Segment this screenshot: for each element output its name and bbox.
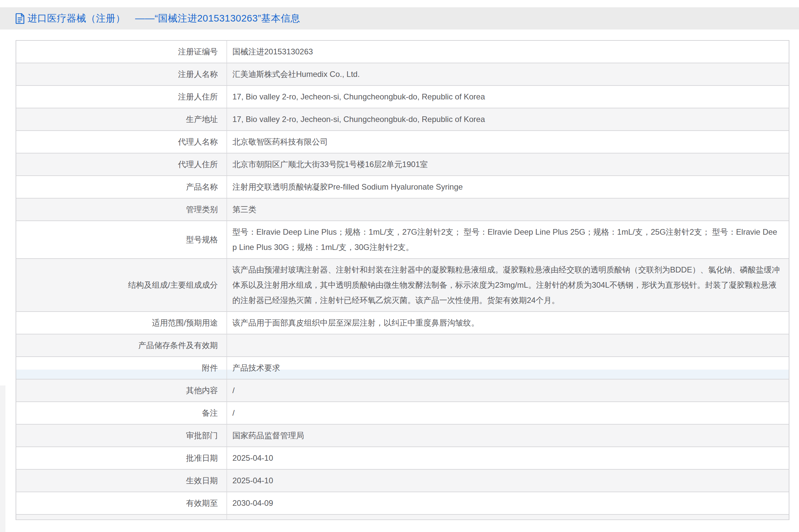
row-label: 有效期至 xyxy=(16,492,227,514)
table-row: 适用范围/预期用途该产品用于面部真皮组织中层至深层注射，以纠正中重度鼻唇沟皱纹。 xyxy=(16,312,789,335)
document-icon xyxy=(16,13,24,24)
row-label: 生效日期 xyxy=(16,470,227,492)
table-row: 代理人名称北京敬智医药科技有限公司 xyxy=(16,131,789,153)
table-row: 附件产品技术要求 xyxy=(16,357,789,380)
row-value: / xyxy=(227,380,789,401)
table-row: 生产地址17, Bio valley 2-ro, Jecheon-si, Chu… xyxy=(16,108,789,131)
row-label: 适用范围/预期用途 xyxy=(16,312,227,334)
row-value: / xyxy=(227,402,789,424)
row-value: 17, Bio valley 2-ro, Jecheon-si, Chungch… xyxy=(227,108,789,130)
row-label: 注册证编号 xyxy=(16,41,227,63)
registration-table: 注册证编号国械注进20153130263注册人名称汇美迪斯株式会社Humedix… xyxy=(16,40,790,520)
row-label: 生产地址 xyxy=(16,108,227,130)
row-value: 2030-04-09 xyxy=(227,492,789,514)
row-value: 17, Bio valley 2-ro, Jecheon-si, Chungch… xyxy=(227,86,789,108)
title-band: 进口医疗器械（注册） ——“国械注进20153130263”基本信息 xyxy=(0,7,799,30)
table-row: 批准日期2025-04-10 xyxy=(16,447,789,470)
row-value: 国械注进20153130263 xyxy=(227,41,789,63)
table-row: 审批部门国家药品监督管理局 xyxy=(16,424,789,447)
row-label: 附件 xyxy=(16,357,227,379)
row-value xyxy=(227,515,789,519)
row-label: 结构及组成/主要组成成分 xyxy=(16,259,227,311)
table-row: 管理类别第三类 xyxy=(16,198,789,221)
row-label: 型号规格 xyxy=(16,221,227,258)
table-row: 生效日期2025-04-10 xyxy=(16,470,789,492)
row-label: 批准日期 xyxy=(16,447,227,469)
row-label xyxy=(16,515,227,519)
row-label: 产品储存条件及有效期 xyxy=(16,335,227,356)
table-row: 注册人住所17, Bio valley 2-ro, Jecheon-si, Ch… xyxy=(16,86,789,108)
table-row: 其他内容/ xyxy=(16,380,789,402)
row-value: 第三类 xyxy=(227,198,789,221)
table-row: 产品储存条件及有效期 xyxy=(16,335,789,357)
page-title: 进口医疗器械（注册） ——“国械注进20153130263”基本信息 xyxy=(27,12,300,25)
row-value: 该产品用于面部真皮组织中层至深层注射，以纠正中重度鼻唇沟皱纹。 xyxy=(227,312,789,334)
page-background-gutter xyxy=(0,385,5,532)
row-value: 2025-04-10 xyxy=(227,447,789,469)
row-value: 北京市朝阳区广顺北大街33号院1号楼16层2单元1901室 xyxy=(227,153,789,175)
table-row: 代理人住所北京市朝阳区广顺北大街33号院1号楼16层2单元1901室 xyxy=(16,153,789,176)
row-value: 国家药品监督管理局 xyxy=(227,424,789,446)
row-value[interactable]: 产品技术要求 xyxy=(227,357,789,379)
row-label: 产品名称 xyxy=(16,176,227,198)
row-value xyxy=(227,335,789,356)
table-row: 注册人名称汇美迪斯株式会社Humedix Co., Ltd. xyxy=(16,63,789,86)
table-row: 注册证编号国械注进20153130263 xyxy=(16,41,789,63)
row-label: 其他内容 xyxy=(16,380,227,401)
row-label: 审批部门 xyxy=(16,424,227,446)
row-label: 代理人住所 xyxy=(16,153,227,175)
row-value: 注射用交联透明质酸钠凝胶Pre-filled Sodium Hyaluronat… xyxy=(227,176,789,198)
row-label: 管理类别 xyxy=(16,198,227,221)
row-label: 代理人名称 xyxy=(16,131,227,153)
row-value: 该产品由预灌封玻璃注射器、注射针和封装在注射器中的凝胶颗粒悬液组成。凝胶颗粒悬液… xyxy=(227,259,789,311)
row-value: 2025-04-10 xyxy=(227,470,789,492)
row-label: 注册人住所 xyxy=(16,86,227,108)
row-value: 汇美迪斯株式会社Humedix Co., Ltd. xyxy=(227,63,789,85)
row-label: 注册人名称 xyxy=(16,63,227,85)
table-row: 型号规格型号：Elravie Deep Line Plus；规格：1mL/支，2… xyxy=(16,221,789,259)
table-row: 有效期至2030-04-09 xyxy=(16,492,789,515)
row-value: 北京敬智医药科技有限公司 xyxy=(227,131,789,153)
table-row: 结构及组成/主要组成成分该产品由预灌封玻璃注射器、注射针和封装在注射器中的凝胶颗… xyxy=(16,259,789,312)
table-row: 产品名称注射用交联透明质酸钠凝胶Pre-filled Sodium Hyalur… xyxy=(16,176,789,198)
table-row-cutoff xyxy=(16,515,789,520)
row-label: 备注 xyxy=(16,402,227,424)
table-row: 备注/ xyxy=(16,402,789,424)
row-value: 型号：Elravie Deep Line Plus；规格：1mL/支，27G注射… xyxy=(227,221,789,258)
